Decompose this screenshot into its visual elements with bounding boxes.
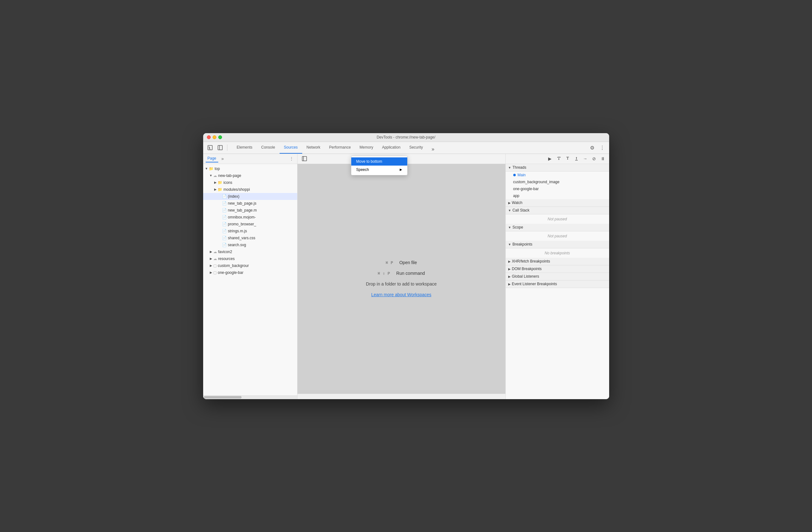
- tree-item-newtabjs[interactable]: 📄 new_tab_page.js: [203, 200, 297, 207]
- tab-security[interactable]: Security: [405, 142, 427, 154]
- customize-icon[interactable]: ⋮: [598, 143, 607, 152]
- nav-tabs: Elements Console Sources Network Perform…: [231, 142, 585, 154]
- tree-label: modules/shoppi: [223, 187, 250, 192]
- sidebar-action-button[interactable]: ⋮: [288, 155, 295, 162]
- run-command-shortcut: ⌘ ⇧ P Run command: [378, 271, 425, 276]
- tree-item-strings[interactable]: 📄 strings.m.js: [203, 228, 297, 235]
- tab-elements[interactable]: Elements: [232, 142, 257, 154]
- settings-icon[interactable]: ⚙: [588, 143, 597, 152]
- cloud-icon: ☁: [213, 173, 217, 178]
- tree-item-index[interactable]: 📄 (index): [203, 193, 297, 200]
- sidebar-scrollbar[interactable]: [203, 395, 297, 399]
- svg-marker-9: [576, 157, 577, 158]
- call-stack-content: Not paused: [506, 214, 609, 224]
- dom-section-header[interactable]: ▶ DOM Breakpoints: [506, 265, 609, 273]
- file-tree: ▼ 📁 top ▼ ☁ new-tab-page ▶: [203, 164, 297, 395]
- threads-section-header[interactable]: ▼ Threads: [506, 164, 609, 171]
- tree-label: icons: [223, 180, 232, 185]
- file-icon: 📄: [222, 201, 227, 206]
- global-listeners-section-header[interactable]: ▶ Global Listeners: [506, 273, 609, 280]
- tree-item-promo[interactable]: 📄 promo_browser_: [203, 221, 297, 228]
- tree-label: new_tab_page.m: [228, 208, 257, 212]
- window-title: DevTools - chrome://new-tab-page/: [377, 135, 436, 139]
- xhr-section-header[interactable]: ▶ XHR/fetch Breakpoints: [506, 258, 609, 265]
- folder-icon: 📁: [218, 180, 222, 185]
- chevron-right-icon: ▶: [400, 168, 402, 171]
- step-into-button[interactable]: [564, 155, 571, 163]
- step-button[interactable]: →: [581, 155, 589, 163]
- threads-content: Main custom_background_image one-google-…: [506, 171, 609, 199]
- devtools-window: DevTools - chrome://new-tab-page/: [203, 133, 609, 399]
- tree-item-new-tab-page[interactable]: ▼ ☁ new-tab-page: [203, 172, 297, 179]
- file-icon: 📄: [222, 194, 227, 199]
- tree-label: new_tab_page.js: [228, 201, 257, 206]
- minimize-button[interactable]: [213, 135, 216, 139]
- close-button[interactable]: [207, 135, 211, 139]
- tree-label: resources: [218, 256, 235, 261]
- tree-item-sharedvars[interactable]: 📄 shared_vars.css: [203, 235, 297, 241]
- tab-network[interactable]: Network: [302, 142, 325, 154]
- breakpoints-content: No breakpoints: [506, 248, 609, 258]
- tree-item-favicon2[interactable]: ▶ ☁ favicon2: [203, 248, 297, 255]
- watch-section-header[interactable]: ▶ Watch: [506, 199, 609, 207]
- tree-item-searchsvg[interactable]: 📄 search.svg: [203, 241, 297, 248]
- dock-icon[interactable]: [216, 143, 224, 152]
- context-menu-item-speech[interactable]: Speech ▶: [351, 166, 407, 174]
- tree-item-resources[interactable]: ▶ ☁ resources: [203, 255, 297, 262]
- event-listener-title: Event Listener Breakpoints: [512, 282, 557, 286]
- tab-memory[interactable]: Memory: [355, 142, 377, 154]
- tab-performance[interactable]: Performance: [325, 142, 356, 154]
- pause-on-exceptions-button[interactable]: ⏸: [599, 155, 607, 163]
- event-listener-section-header[interactable]: ▶ Event Listener Breakpoints: [506, 280, 609, 288]
- tree-item-top[interactable]: ▼ 📁 top: [203, 165, 297, 172]
- thread-app[interactable]: app: [506, 192, 609, 199]
- chevron-down-icon: ▼: [508, 209, 511, 212]
- tree-label: promo_browser_: [228, 222, 256, 226]
- tree-label: search.svg: [228, 243, 246, 247]
- tree-item-omnibox[interactable]: 📄 omnibox.mojom-: [203, 214, 297, 221]
- call-stack-empty: Not paused: [506, 214, 609, 224]
- chevron-right-icon: ▶: [508, 267, 511, 271]
- show-navigator-icon[interactable]: [300, 154, 309, 163]
- scope-section-header[interactable]: ▼ Scope: [506, 224, 609, 232]
- chevron-right-icon: ▶: [209, 250, 213, 253]
- tab-sources[interactable]: Sources: [279, 142, 302, 154]
- chevron-down-icon: ▼: [508, 166, 511, 169]
- svg-rect-1: [218, 145, 222, 150]
- scrollbar-thumb[interactable]: [204, 396, 242, 398]
- tree-item-newtabm[interactable]: 📄 new_tab_page.m: [203, 207, 297, 214]
- step-out-button[interactable]: [573, 155, 580, 163]
- page-tab[interactable]: Page: [206, 155, 218, 163]
- thread-google-bar[interactable]: one-google-bar: [506, 185, 609, 192]
- file-sidebar: Page » ⋮ ▼ 📁 top: [203, 154, 298, 399]
- step-over-button[interactable]: [555, 155, 563, 163]
- workspace-link[interactable]: Learn more about Workspaces: [371, 292, 431, 297]
- deactivate-breakpoints-button[interactable]: ⊘: [590, 155, 598, 163]
- context-menu-item-move-to-bottom[interactable]: Move to bottom: [351, 157, 407, 166]
- tree-item-icons[interactable]: ▶ 📁 icons: [203, 179, 297, 186]
- chevron-right-icon: ▶: [508, 260, 511, 263]
- tab-application[interactable]: Application: [378, 142, 405, 154]
- chevron-right-icon: ▶: [213, 181, 218, 184]
- sidebar-more-button[interactable]: »: [219, 155, 226, 162]
- more-tabs-icon[interactable]: »: [429, 145, 437, 154]
- svg-rect-3: [302, 156, 307, 161]
- tree-label: shared_vars.css: [228, 236, 255, 240]
- square-icon: ▢: [213, 264, 217, 268]
- thread-main[interactable]: Main: [506, 171, 609, 179]
- tree-item-custom-background[interactable]: ▶ ▢ custom_backgrour: [203, 262, 297, 269]
- call-stack-section-header[interactable]: ▼ Call Stack: [506, 207, 609, 214]
- maximize-button[interactable]: [218, 135, 222, 139]
- right-content: ▼ Threads Main custom_background_image o…: [506, 164, 609, 399]
- tree-item-modules[interactable]: ▶ 📁 modules/shoppi: [203, 186, 297, 193]
- svg-marker-7: [567, 159, 568, 159]
- context-menu: Move to bottom Speech ▶: [351, 156, 408, 175]
- inspect-icon[interactable]: [206, 143, 215, 152]
- resume-button[interactable]: ▶: [546, 155, 554, 163]
- tab-console[interactable]: Console: [257, 142, 279, 154]
- thread-custom-bg[interactable]: custom_background_image: [506, 179, 609, 185]
- tree-item-google-bar[interactable]: ▶ ▢ one-google-bar: [203, 269, 297, 276]
- breakpoints-section-header[interactable]: ▼ Breakpoints: [506, 241, 609, 248]
- tree-label: one-google-bar: [218, 270, 243, 275]
- right-toolbar: ▶: [506, 154, 609, 164]
